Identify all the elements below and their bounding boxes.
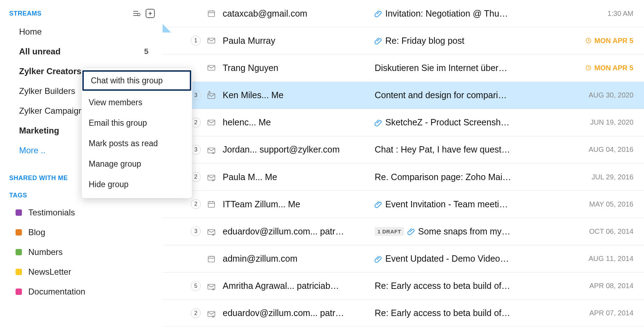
subject-cell: Chat : Hey Pat, I have few quest… xyxy=(375,144,573,155)
attachment-icon xyxy=(375,255,382,263)
subject-cell: Event Invitation - Team meeti… xyxy=(375,199,573,209)
stream-item-label: Marketing xyxy=(19,126,59,136)
subject-text: Re: Early access to beta build of… xyxy=(375,308,510,318)
from-cell: Paula Murray xyxy=(223,36,375,46)
from-cell: ITTeam Zillum... Me xyxy=(223,199,375,209)
from-cell: Jordan... support@zylker.com xyxy=(223,144,375,155)
stream-item[interactable]: All unread5 xyxy=(9,42,163,61)
subject-text: Re: Early access to beta build of… xyxy=(375,281,510,291)
mail-row[interactable]: 3Ken Miles... MeContent and design for c… xyxy=(163,82,644,109)
thread-count-badge: 3 xyxy=(191,90,201,100)
mail-list: cataxcab@gmail.comInvitation: Negotiatio… xyxy=(163,0,644,327)
subject-cell: Content and design for compari… xyxy=(375,90,573,100)
mail-row[interactable]: Trang NguyenDiskutieren Sie im Internet … xyxy=(163,54,644,82)
mail-row[interactable]: 3Jordan... support@zylker.comChat : Hey … xyxy=(163,136,644,164)
mail-row[interactable]: 1Paula MurrayRe: Friday blog postMON APR… xyxy=(163,27,644,54)
row-leading: 2 xyxy=(163,199,223,209)
tag-color-swatch xyxy=(16,209,22,216)
stream-item-label: Zylker Campaigns xyxy=(19,106,87,116)
row-leading: 2 xyxy=(163,308,223,318)
stream-item-label: Home xyxy=(19,27,42,37)
thread-count-badge: 2 xyxy=(191,199,201,209)
thread-count-badge: 1 xyxy=(191,36,201,46)
tag-item[interactable]: Blog xyxy=(9,222,163,242)
subject-text: Invitation: Negotiation @ Thu… xyxy=(385,8,508,19)
subject-cell: Re. Comparison page: Zoho Mai… xyxy=(375,172,573,182)
mail-row[interactable]: admin@zillum.comEvent Updated - Demo Vid… xyxy=(163,245,644,273)
shared-title: SHARED WITH ME xyxy=(9,174,68,182)
streams-header: STREAMS + xyxy=(9,8,163,18)
date-cell: AUG 11, 2014 xyxy=(573,255,633,263)
from-cell: Ken Miles... Me xyxy=(223,90,375,100)
calendar-icon xyxy=(206,255,216,263)
context-menu-item[interactable]: Chat with this group xyxy=(82,70,191,91)
attachment-icon xyxy=(375,10,382,17)
row-leading xyxy=(163,9,223,18)
row-leading: 1 xyxy=(163,36,223,46)
subject-text: Chat : Hey Pat, I have few quest… xyxy=(375,144,510,155)
context-menu-item[interactable]: Hide group xyxy=(82,174,192,195)
row-leading: 5 xyxy=(163,281,223,291)
tag-item[interactable]: Documentation xyxy=(9,282,163,302)
tag-color-swatch xyxy=(16,289,22,295)
date-cell: OCT 06, 2014 xyxy=(573,227,633,236)
subject-cell: Event Updated - Demo Video… xyxy=(375,254,573,264)
mail-row[interactable]: 5Amritha Agrawal... patriciab…Re: Early … xyxy=(163,273,644,300)
date-cell: MON APR 5 xyxy=(573,64,633,72)
stream-item[interactable]: Home xyxy=(9,22,163,42)
envelope-icon xyxy=(206,36,216,45)
context-menu-item[interactable]: View members xyxy=(82,92,192,113)
row-leading xyxy=(163,255,223,263)
tag-label: Blog xyxy=(28,227,45,237)
mail-row[interactable]: 2Paula M... MeRe. Comparison page: Zoho … xyxy=(163,164,644,191)
date-cell: APR 07, 2014 xyxy=(573,309,633,317)
forward-icon xyxy=(206,173,216,181)
attachment-icon xyxy=(375,200,382,208)
tag-color-swatch xyxy=(16,249,22,255)
attachment-icon xyxy=(408,227,415,235)
mail-row[interactable]: 2helenc... MeSketcheZ - Product Screensh… xyxy=(163,109,644,136)
subject-text: Re: Friday blog post xyxy=(385,36,464,46)
subject-cell: Diskutieren Sie im Internet über… xyxy=(375,63,573,73)
date-cell: JUN 19, 2020 xyxy=(573,118,633,126)
thread-count-badge: 2 xyxy=(191,172,201,182)
stream-item-label: Zylker Creators xyxy=(19,66,81,76)
tag-item[interactable]: NewsLetter xyxy=(9,262,163,282)
mail-row[interactable]: 3eduardov@zillum.com... patr…1 DRAFTSome… xyxy=(163,218,644,245)
mail-row[interactable]: 2eduardov@zillum.com... patr…Re: Early a… xyxy=(163,300,644,327)
attachment-icon xyxy=(375,37,382,44)
forward-icon xyxy=(206,309,216,317)
from-cell: admin@zillum.com xyxy=(223,254,375,264)
stream-item-label: All unread xyxy=(19,47,60,57)
tag-label: NewsLetter xyxy=(28,267,71,277)
forward-icon xyxy=(206,282,216,290)
thread-count-badge: 5 xyxy=(191,281,201,291)
subject-cell: Re: Early access to beta build of… xyxy=(375,308,573,318)
date-cell: MAY 05, 2016 xyxy=(573,200,633,208)
tag-item[interactable]: Numbers xyxy=(9,242,163,262)
group-context-menu: Chat with this groupView membersEmail th… xyxy=(81,68,192,198)
date-cell: MON APR 5 xyxy=(573,37,633,45)
calendar-icon xyxy=(206,200,216,208)
stream-settings-icon[interactable] xyxy=(131,8,141,18)
add-stream-button[interactable]: + xyxy=(146,9,155,18)
from-cell: helenc... Me xyxy=(223,117,375,127)
stream-item-label: Zylker Builders xyxy=(19,86,75,96)
mail-row[interactable]: cataxcab@gmail.comInvitation: Negotiatio… xyxy=(163,0,644,27)
date-cell: APR 08, 2014 xyxy=(573,282,633,290)
context-menu-item[interactable]: Mark posts as read xyxy=(82,133,192,154)
context-menu-item[interactable]: Manage group xyxy=(82,154,192,174)
date-cell: 1:30 AM xyxy=(573,10,633,18)
subject-text: Diskutieren Sie im Internet über… xyxy=(375,63,507,73)
tag-color-swatch xyxy=(16,269,22,275)
forward-icon xyxy=(206,227,216,236)
context-menu-item[interactable]: Email this group xyxy=(82,113,192,133)
subject-cell: Re: Friday blog post xyxy=(375,36,573,46)
subject-cell: Re: Early access to beta build of… xyxy=(375,281,573,291)
streams-title: STREAMS xyxy=(9,10,42,17)
thread-count-badge: 3 xyxy=(191,226,201,236)
from-cell: Paula M... Me xyxy=(223,172,375,182)
tag-item[interactable]: Testimonials xyxy=(9,203,163,222)
envelope-icon xyxy=(206,118,216,127)
mail-row[interactable]: 2ITTeam Zillum... MeEvent Invitation - T… xyxy=(163,191,644,218)
